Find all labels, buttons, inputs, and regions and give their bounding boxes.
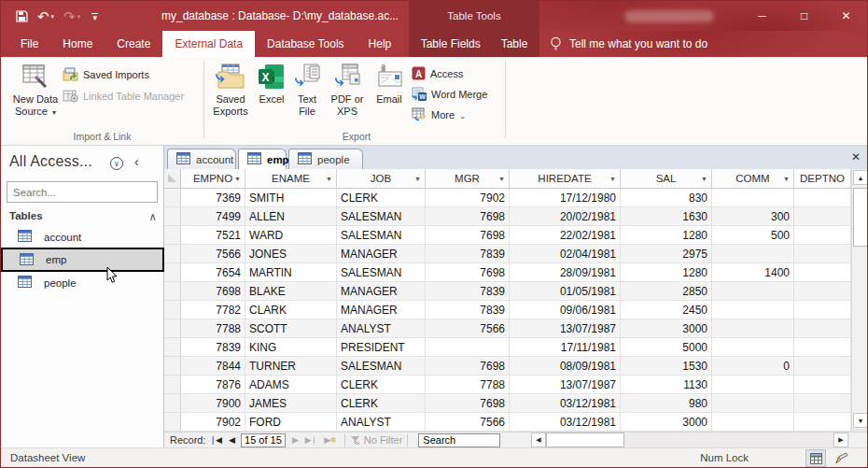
- close-document-icon[interactable]: ✕: [851, 150, 861, 163]
- cell-comm[interactable]: [712, 319, 794, 338]
- nav-pane-menu-icon[interactable]: ∨: [110, 157, 123, 170]
- cell-deptno[interactable]: [794, 189, 851, 207]
- redo-dropdown-icon[interactable]: ▾: [77, 13, 81, 20]
- ribbon-tab-external-data[interactable]: External Data: [162, 31, 255, 57]
- vertical-scrollbar[interactable]: ▲ ▼: [851, 169, 868, 429]
- cell-hiredate[interactable]: 17/11/1981: [510, 338, 621, 357]
- cell-empno[interactable]: 7499: [181, 207, 245, 226]
- cell-deptno[interactable]: [794, 357, 851, 376]
- text-file-button[interactable]: Text File: [289, 60, 325, 135]
- undo-dropdown-icon[interactable]: ▾: [51, 13, 55, 20]
- cell-sal[interactable]: 2975: [621, 245, 712, 263]
- cell-comm[interactable]: 500: [712, 226, 794, 245]
- cell-deptno[interactable]: [794, 263, 851, 282]
- cell-ename[interactable]: WARD: [245, 226, 337, 245]
- cell-hiredate[interactable]: 03/12/1981: [510, 413, 621, 432]
- email-button[interactable]: Email: [370, 60, 409, 135]
- cell-job[interactable]: MANAGER: [337, 282, 426, 301]
- cell-comm[interactable]: [712, 282, 794, 301]
- saved-imports-button[interactable]: Saved Imports: [63, 66, 149, 83]
- horizontal-scroll-thumb[interactable]: [546, 433, 624, 447]
- cell-ename[interactable]: JAMES: [245, 394, 337, 413]
- cell-mgr[interactable]: 7902: [426, 189, 510, 207]
- document-tab-people[interactable]: people: [288, 149, 363, 169]
- cell-sal[interactable]: 1530: [621, 357, 712, 376]
- cell-hiredate[interactable]: 09/06/1981: [510, 301, 621, 319]
- cell-sal[interactable]: 2850: [621, 282, 712, 301]
- column-header-job[interactable]: JOB▼: [337, 169, 426, 189]
- column-header-mgr[interactable]: MGR▼: [426, 169, 510, 189]
- cell-ename[interactable]: ADAMS: [245, 376, 337, 394]
- ribbon-tab-database-tools[interactable]: Database Tools: [255, 31, 357, 57]
- record-selector[interactable]: [164, 394, 181, 413]
- record-selector[interactable]: [164, 282, 181, 301]
- cell-empno[interactable]: 7900: [181, 394, 245, 413]
- cell-ename[interactable]: MARTIN: [245, 263, 337, 282]
- cell-ename[interactable]: SMITH: [245, 189, 337, 207]
- cell-empno[interactable]: 7788: [181, 319, 245, 338]
- cell-ename[interactable]: JONES: [245, 245, 337, 263]
- undo-button[interactable]: ↶▾: [37, 9, 54, 23]
- cell-mgr[interactable]: 7839: [426, 282, 510, 301]
- column-header-ename[interactable]: ENAME▼: [245, 169, 337, 189]
- cell-comm[interactable]: [712, 338, 794, 357]
- cell-deptno[interactable]: [794, 207, 851, 226]
- cell-empno[interactable]: 7369: [181, 189, 245, 207]
- new-data-source-button[interactable]: New Data Source ▾: [10, 60, 61, 135]
- column-filter-dropdown-icon[interactable]: ▼: [414, 176, 421, 182]
- customize-qat-icon[interactable]: ▾: [90, 13, 98, 20]
- cell-hiredate[interactable]: 20/02/1981: [510, 207, 621, 226]
- cell-job[interactable]: MANAGER: [337, 245, 426, 263]
- cell-job[interactable]: SALESMAN: [337, 226, 426, 245]
- cell-empno[interactable]: 7782: [181, 301, 245, 319]
- cell-comm[interactable]: [712, 413, 794, 432]
- cell-ename[interactable]: SCOTT: [245, 319, 337, 338]
- cell-job[interactable]: CLERK: [337, 189, 426, 207]
- cell-ename[interactable]: ALLEN: [245, 207, 337, 226]
- cell-job[interactable]: SALESMAN: [337, 357, 426, 376]
- cell-comm[interactable]: [712, 189, 794, 207]
- document-tab-emp[interactable]: emp: [238, 149, 287, 169]
- record-search-input[interactable]: [418, 433, 500, 447]
- cell-hiredate[interactable]: 22/02/1981: [510, 226, 621, 245]
- tables-section-header[interactable]: Tables ∧: [9, 210, 157, 223]
- record-selector[interactable]: [164, 357, 181, 376]
- record-selector[interactable]: [164, 226, 181, 245]
- cell-mgr[interactable]: 7698: [426, 226, 510, 245]
- cell-deptno[interactable]: [794, 376, 851, 394]
- tell-me-box[interactable]: Tell me what you want to do: [550, 31, 707, 57]
- cell-hiredate[interactable]: 28/09/1981: [510, 263, 621, 282]
- cell-sal[interactable]: 980: [621, 394, 712, 413]
- column-header-deptno[interactable]: DEPTNO: [794, 169, 851, 189]
- cell-empno[interactable]: 7844: [181, 357, 245, 376]
- vertical-scroll-thumb[interactable]: [853, 188, 868, 247]
- cell-hiredate[interactable]: 13/07/1987: [510, 319, 621, 338]
- ribbon-tab-help[interactable]: Help: [357, 31, 404, 57]
- record-selector[interactable]: [164, 263, 181, 282]
- column-filter-dropdown-icon[interactable]: ▼: [783, 176, 790, 182]
- document-tab-account[interactable]: account: [167, 149, 236, 169]
- cell-deptno[interactable]: [794, 319, 851, 338]
- cell-ename[interactable]: TURNER: [245, 357, 337, 376]
- cell-empno[interactable]: 7654: [181, 263, 245, 282]
- cell-job[interactable]: CLERK: [337, 376, 426, 394]
- word-merge-button[interactable]: W Word Merge: [412, 86, 487, 103]
- cell-mgr[interactable]: 7698: [426, 357, 510, 376]
- cell-mgr[interactable]: [426, 338, 510, 357]
- cell-ename[interactable]: BLAKE: [245, 282, 337, 301]
- cell-comm[interactable]: [712, 245, 794, 263]
- cell-sal[interactable]: 1130: [621, 376, 712, 394]
- cell-mgr[interactable]: 7839: [426, 301, 510, 319]
- cell-hiredate[interactable]: 02/04/1981: [510, 245, 621, 263]
- cell-ename[interactable]: FORD: [245, 413, 337, 432]
- cell-hiredate[interactable]: 01/05/1981: [510, 282, 621, 301]
- column-filter-dropdown-icon[interactable]: ▼: [701, 176, 707, 182]
- column-header-sal[interactable]: SAL▼: [621, 169, 712, 189]
- excel-button[interactable]: X Excel: [255, 60, 288, 135]
- cell-ename[interactable]: CLARK: [245, 301, 337, 319]
- nav-search-input[interactable]: [7, 187, 162, 198]
- more-button[interactable]: More ⌄: [412, 106, 466, 123]
- record-selector[interactable]: [164, 338, 181, 357]
- cell-job[interactable]: ANALYST: [337, 413, 426, 432]
- cell-sal[interactable]: 1280: [621, 226, 712, 245]
